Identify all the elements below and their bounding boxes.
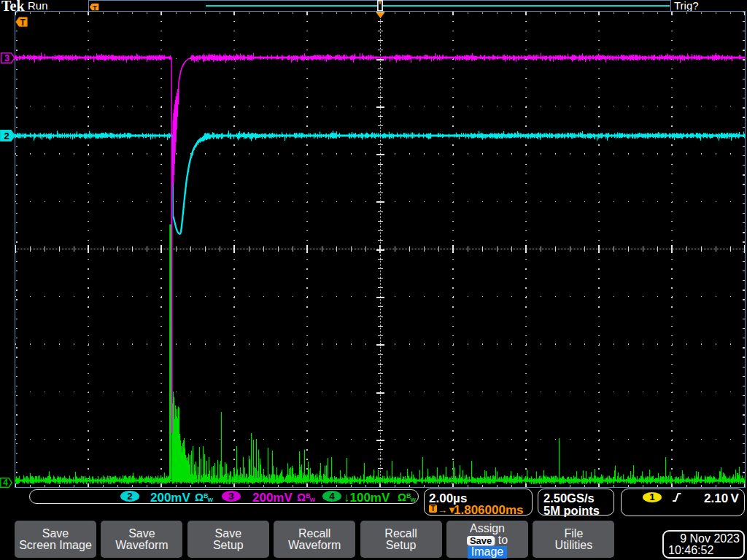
svg-text:T: T	[93, 3, 97, 11]
svg-text:T: T	[20, 18, 26, 28]
svg-text:3: 3	[4, 52, 9, 63]
svg-text:4: 4	[3, 478, 8, 488]
svg-text:2: 2	[4, 131, 9, 141]
